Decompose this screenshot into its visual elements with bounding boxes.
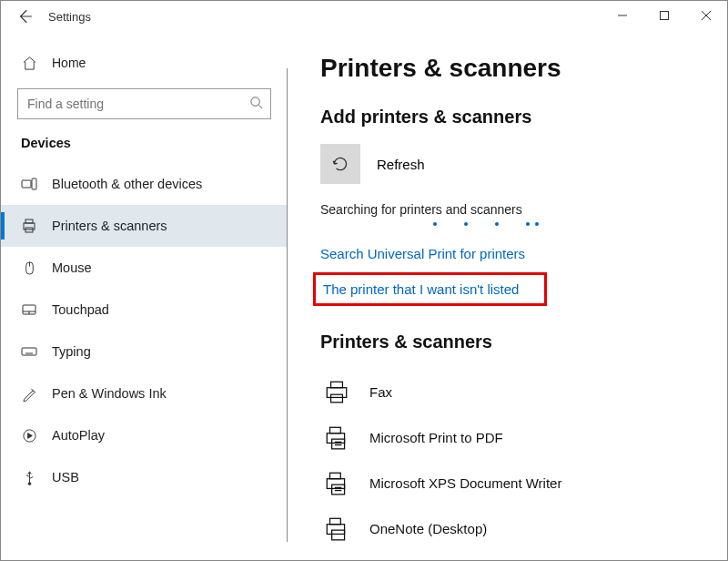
sidebar-item-label: Pen & Windows Ink xyxy=(52,386,167,401)
sidebar-item-label: Printers & scanners xyxy=(52,219,167,233)
printer-label: Microsoft Print to PDF xyxy=(369,430,503,445)
search-box[interactable] xyxy=(17,88,271,119)
svg-rect-26 xyxy=(331,382,343,387)
svg-rect-27 xyxy=(331,394,343,403)
refresh-button[interactable] xyxy=(320,144,360,184)
printer-item-onenote[interactable]: OneNote (Desktop) xyxy=(320,505,727,551)
devices-icon xyxy=(21,176,37,192)
mouse-icon xyxy=(21,260,37,276)
svg-rect-34 xyxy=(330,473,341,478)
keyboard-icon xyxy=(21,343,37,360)
search-input[interactable] xyxy=(27,97,249,111)
search-icon xyxy=(249,96,263,112)
svg-rect-30 xyxy=(332,439,345,449)
app-title: Settings xyxy=(48,10,91,24)
sidebar: Home Devices Bluetooth & other devices P… xyxy=(1,32,288,561)
print-to-xps-icon xyxy=(320,466,353,499)
sidebar-item-autoplay[interactable]: AutoPlay xyxy=(1,414,288,456)
touchpad-icon xyxy=(21,301,37,318)
refresh-label: Refresh xyxy=(377,157,425,172)
usb-icon xyxy=(21,469,37,485)
svg-rect-25 xyxy=(327,388,346,398)
link-universal-print[interactable]: Search Universal Print for printers xyxy=(320,246,727,261)
svg-rect-29 xyxy=(330,427,341,433)
sidebar-home[interactable]: Home xyxy=(1,45,288,81)
printer-item-xps[interactable]: Microsoft XPS Document Writer xyxy=(320,460,727,505)
back-button[interactable] xyxy=(8,1,41,32)
sidebar-item-pen[interactable]: Pen & Windows Ink xyxy=(1,372,288,414)
titlebar: Settings xyxy=(1,1,727,32)
sidebar-item-bluetooth[interactable]: Bluetooth & other devices xyxy=(1,163,288,205)
printer-label: Fax xyxy=(369,384,392,400)
svg-point-4 xyxy=(251,97,259,106)
printer-item-fax[interactable]: Fax xyxy=(320,369,727,414)
svg-rect-9 xyxy=(25,219,33,223)
main-panel: Printers & scanners Add printers & scann… xyxy=(288,32,727,561)
sidebar-home-label: Home xyxy=(52,56,86,70)
sidebar-item-label: Touchpad xyxy=(52,302,109,317)
printers-list-heading: Printers & scanners xyxy=(320,332,727,352)
svg-rect-7 xyxy=(32,178,36,189)
add-heading: Add printers & scanners xyxy=(320,107,727,128)
sidebar-item-typing[interactable]: Typing xyxy=(1,331,288,372)
fax-icon xyxy=(320,375,353,408)
autoplay-icon xyxy=(21,427,37,444)
printer-item-pdf[interactable]: Microsoft Print to PDF xyxy=(320,414,727,460)
sidebar-item-label: AutoPlay xyxy=(52,428,105,443)
searching-status: Searching for printers and scanners xyxy=(320,202,727,217)
printer-label: OneNote (Desktop) xyxy=(369,521,487,536)
sidebar-item-label: Bluetooth & other devices xyxy=(52,177,202,191)
minimize-button[interactable] xyxy=(602,1,643,30)
link-printer-not-listed[interactable]: The printer that I want isn't listed xyxy=(323,281,519,297)
svg-rect-6 xyxy=(22,180,31,188)
svg-rect-39 xyxy=(330,518,341,524)
sidebar-divider xyxy=(287,68,288,542)
progress-dots xyxy=(433,222,727,226)
home-icon xyxy=(21,55,37,71)
sidebar-item-touchpad[interactable]: Touchpad xyxy=(1,289,288,331)
svg-rect-16 xyxy=(22,348,36,355)
printer-icon xyxy=(21,218,37,234)
sidebar-item-usb[interactable]: USB xyxy=(1,456,288,498)
page-title: Printers & scanners xyxy=(320,54,727,83)
annotation-highlight: The printer that I want isn't listed xyxy=(313,272,547,306)
sidebar-item-label: Mouse xyxy=(52,260,92,275)
sidebar-category: Devices xyxy=(1,136,288,150)
printer-label: Microsoft XPS Document Writer xyxy=(369,475,561,491)
sidebar-item-printers[interactable]: Printers & scanners xyxy=(1,205,288,247)
svg-rect-35 xyxy=(332,484,345,495)
print-to-pdf-icon xyxy=(320,421,353,454)
pen-icon xyxy=(21,385,37,402)
sidebar-item-mouse[interactable]: Mouse xyxy=(1,247,288,289)
sidebar-item-label: USB xyxy=(52,470,79,484)
svg-point-24 xyxy=(28,482,31,484)
svg-rect-40 xyxy=(332,530,345,540)
svg-line-5 xyxy=(258,105,262,108)
svg-rect-38 xyxy=(327,525,344,535)
svg-rect-1 xyxy=(661,12,669,20)
close-button[interactable] xyxy=(685,1,727,30)
sidebar-item-label: Typing xyxy=(52,344,91,359)
refresh-icon xyxy=(330,154,350,174)
maximize-button[interactable] xyxy=(643,1,685,30)
print-to-onenote-icon xyxy=(320,512,353,545)
